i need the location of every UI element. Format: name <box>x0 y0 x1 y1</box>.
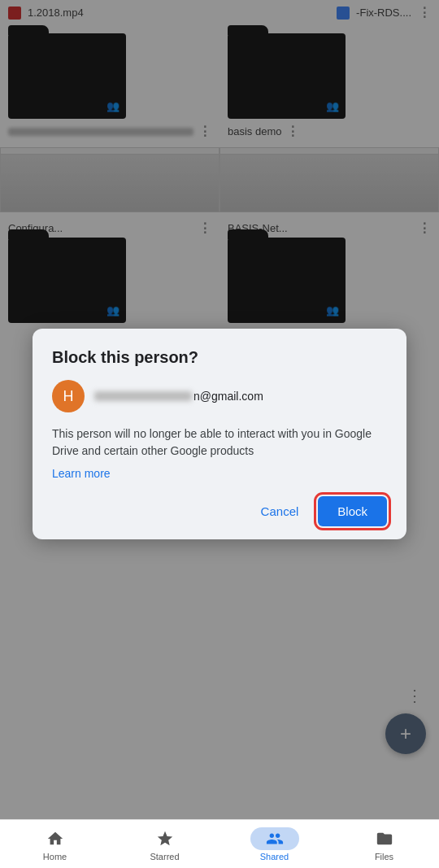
folder-icon <box>376 830 393 848</box>
files-icon-wrap <box>360 827 409 850</box>
nav-label-starred: Starred <box>150 852 179 861</box>
dialog-body: This person will no longer be able to in… <box>52 425 387 460</box>
modal-overlay: Block this person? H n@gmail.com This pe… <box>0 0 439 868</box>
dialog-actions: Cancel Block <box>52 496 387 526</box>
learn-more-link[interactable]: Learn more <box>52 467 111 480</box>
nav-item-home[interactable]: Home <box>0 827 110 861</box>
nav-label-files: Files <box>375 852 393 861</box>
cancel-button[interactable]: Cancel <box>248 496 312 526</box>
dialog-title: Block this person? <box>52 348 387 367</box>
shared-icon-wrap <box>250 827 299 850</box>
home-icon-wrap <box>31 827 80 850</box>
nav-item-files[interactable]: Files <box>329 827 439 861</box>
page-wrapper: 1.2018.mp4 -Fix-RDS.... ⋮ 👥 ⋮ 👥 <box>0 0 439 868</box>
block-button[interactable]: Block <box>318 496 387 526</box>
user-row: H n@gmail.com <box>52 380 387 412</box>
nav-item-starred[interactable]: Starred <box>110 827 220 861</box>
avatar: H <box>52 380 85 412</box>
people-icon <box>266 830 284 848</box>
nav-label-home: Home <box>43 852 67 861</box>
star-icon <box>156 830 174 848</box>
email-display: n@gmail.com <box>94 390 263 403</box>
nav-label-shared: Shared <box>260 852 289 861</box>
email-suffix: n@gmail.com <box>193 390 263 403</box>
home-icon <box>46 830 64 848</box>
block-dialog: Block this person? H n@gmail.com This pe… <box>33 329 406 539</box>
bottom-nav: Home Starred Shared <box>0 819 439 868</box>
avatar-letter: H <box>63 388 74 405</box>
nav-item-shared[interactable]: Shared <box>220 827 329 861</box>
email-blurred-part <box>94 391 192 401</box>
starred-icon-wrap <box>141 827 189 850</box>
